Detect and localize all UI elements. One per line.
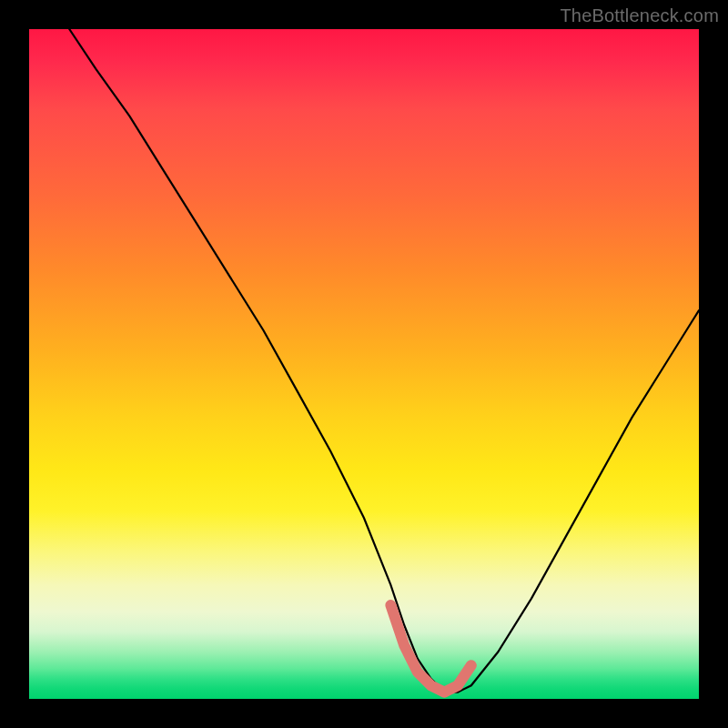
bottleneck-curve bbox=[69, 29, 699, 693]
chart-svg bbox=[29, 29, 699, 699]
watermark-text: TheBottleneck.com bbox=[560, 5, 719, 26]
chart-frame: TheBottleneck.com bbox=[0, 0, 728, 728]
chart-plot-area bbox=[29, 29, 699, 699]
